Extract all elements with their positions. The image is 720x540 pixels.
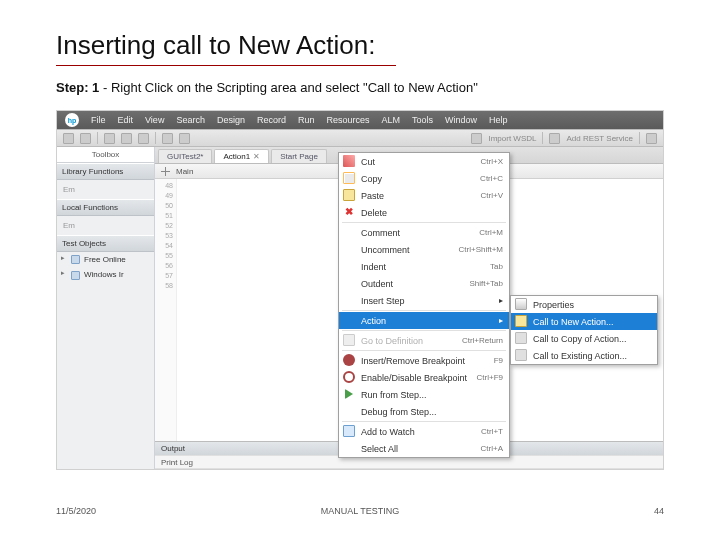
menu-tools[interactable]: Tools xyxy=(412,115,433,125)
step-number: Step: 1 xyxy=(56,80,99,95)
ctx-add-watch[interactable]: Add to WatchCtrl+T xyxy=(339,423,509,440)
toolbar-button[interactable] xyxy=(80,133,91,144)
tab-guitest2[interactable]: GUITest2* xyxy=(158,149,212,163)
shortcut: Ctrl+M xyxy=(479,228,503,237)
ctx-comment[interactable]: CommentCtrl+M xyxy=(339,224,509,241)
ctx-insert-step[interactable]: Insert Step▸ xyxy=(339,292,509,309)
tab-label: GUITest2* xyxy=(167,152,203,161)
toolbar-button[interactable] xyxy=(104,133,115,144)
tab-action1[interactable]: Action1✕ xyxy=(214,149,269,163)
sidebar-section-test-objects[interactable]: Test Objects xyxy=(57,235,154,252)
toolbar-import-wsdl[interactable]: Import WSDL xyxy=(488,134,536,143)
menu-window[interactable]: Window xyxy=(445,115,477,125)
menu-edit[interactable]: Edit xyxy=(118,115,134,125)
properties-icon xyxy=(515,298,527,310)
tree-label: Free Online xyxy=(84,255,126,264)
toolbar-button[interactable] xyxy=(179,133,190,144)
menu-run[interactable]: Run xyxy=(298,115,315,125)
ctx-goto-definition[interactable]: Go to DefinitionCtrl+Return xyxy=(339,332,509,349)
submenu-properties[interactable]: Properties xyxy=(511,296,657,313)
ctx-breakpoint-toggle[interactable]: Enable/Disable BreakpointCtrl+F9 xyxy=(339,369,509,386)
shortcut: F9 xyxy=(494,356,503,365)
menu-help[interactable]: Help xyxy=(489,115,508,125)
ctx-label: Outdent xyxy=(361,279,393,289)
toolbar-button[interactable] xyxy=(646,133,657,144)
submenu-arrow-icon: ▸ xyxy=(499,296,503,305)
toolbar-button[interactable] xyxy=(471,133,482,144)
hp-logo-icon: hp xyxy=(65,113,79,127)
shortcut: Ctrl+F9 xyxy=(477,373,503,382)
app-toolbar: Import WSDL Add REST Service xyxy=(57,129,663,147)
sidebar-empty: Em xyxy=(57,216,154,235)
ctx-label: Run from Step... xyxy=(361,390,427,400)
ctx-label: Comment xyxy=(361,228,400,238)
ctx-label: Paste xyxy=(361,191,384,201)
sidebar-section-library[interactable]: Library Functions xyxy=(57,163,154,180)
context-menu: CutCtrl+X CopyCtrl+C PasteCtrl+V ✖Delete… xyxy=(338,152,510,458)
toolbar-button[interactable] xyxy=(63,133,74,144)
sidebar-section-local[interactable]: Local Functions xyxy=(57,199,154,216)
ctx-uncomment[interactable]: UncommentCtrl+Shift+M xyxy=(339,241,509,258)
submenu-call-new-action[interactable]: Call to New Action... xyxy=(511,313,657,330)
ctx-copy[interactable]: CopyCtrl+C xyxy=(339,170,509,187)
menu-separator xyxy=(342,222,506,223)
menu-record[interactable]: Record xyxy=(257,115,286,125)
tab-start-page[interactable]: Start Page xyxy=(271,149,327,163)
tree-label: Windows Ir xyxy=(84,270,124,279)
menu-file[interactable]: File xyxy=(91,115,106,125)
shortcut: Ctrl+Shift+M xyxy=(459,245,503,254)
tab-label: Start Page xyxy=(280,152,318,161)
menu-alm[interactable]: ALM xyxy=(382,115,401,125)
submenu-label: Properties xyxy=(533,300,574,310)
breadcrumb-label: Main xyxy=(176,167,193,176)
ctx-action[interactable]: Action▸ xyxy=(339,312,509,329)
ctx-delete[interactable]: ✖Delete xyxy=(339,204,509,221)
line-number: 53 xyxy=(155,231,173,241)
toolbar-button[interactable] xyxy=(549,133,560,144)
ctx-select-all[interactable]: Select AllCtrl+A xyxy=(339,440,509,457)
ctx-debug-from-step[interactable]: Debug from Step... xyxy=(339,403,509,420)
menu-view[interactable]: View xyxy=(145,115,164,125)
line-number: 50 xyxy=(155,201,173,211)
menu-resources[interactable]: Resources xyxy=(326,115,369,125)
title-underline xyxy=(56,65,396,66)
menu-separator xyxy=(342,421,506,422)
ctx-cut[interactable]: CutCtrl+X xyxy=(339,153,509,170)
line-gutter: 48 49 50 51 52 53 54 55 56 57 58 xyxy=(155,179,177,441)
toolbar-add-rest[interactable]: Add REST Service xyxy=(566,134,633,143)
ctx-label: Delete xyxy=(361,208,387,218)
sidebar-toolbox-tab[interactable]: Toolbox xyxy=(57,147,154,163)
footer-title: MANUAL TESTING xyxy=(0,506,720,516)
ctx-paste[interactable]: PasteCtrl+V xyxy=(339,187,509,204)
action-submenu: Properties Call to New Action... Call to… xyxy=(510,295,658,365)
ctx-breakpoint-insert[interactable]: Insert/Remove BreakpointF9 xyxy=(339,352,509,369)
submenu-call-copy-action[interactable]: Call to Copy of Action... xyxy=(511,330,657,347)
ctx-run-from-step[interactable]: Run from Step... xyxy=(339,386,509,403)
menu-design[interactable]: Design xyxy=(217,115,245,125)
object-icon xyxy=(71,255,80,264)
ctx-label: Insert Step xyxy=(361,296,405,306)
sidebar: Toolbox Library Functions Em Local Funct… xyxy=(57,147,155,469)
menu-search[interactable]: Search xyxy=(176,115,205,125)
line-number: 52 xyxy=(155,221,173,231)
call-action-icon xyxy=(515,332,527,344)
line-number: 57 xyxy=(155,271,173,281)
ctx-label: Copy xyxy=(361,174,382,184)
menu-separator xyxy=(342,330,506,331)
ctx-indent[interactable]: IndentTab xyxy=(339,258,509,275)
ctx-outdent[interactable]: OutdentShift+Tab xyxy=(339,275,509,292)
shortcut: Ctrl+Return xyxy=(462,336,503,345)
close-icon[interactable]: ✕ xyxy=(253,152,260,161)
line-number: 58 xyxy=(155,281,173,291)
toolbar-button[interactable] xyxy=(121,133,132,144)
submenu-label: Call to Existing Action... xyxy=(533,351,627,361)
tree-item-free-online[interactable]: Free Online xyxy=(57,252,154,267)
call-action-icon xyxy=(515,315,527,327)
submenu-call-existing-action[interactable]: Call to Existing Action... xyxy=(511,347,657,364)
line-number: 49 xyxy=(155,191,173,201)
ctx-label: Uncomment xyxy=(361,245,410,255)
toolbar-button[interactable] xyxy=(138,133,149,144)
toolbar-button[interactable] xyxy=(162,133,173,144)
run-icon xyxy=(345,389,353,399)
tree-item-windows[interactable]: Windows Ir xyxy=(57,267,154,282)
